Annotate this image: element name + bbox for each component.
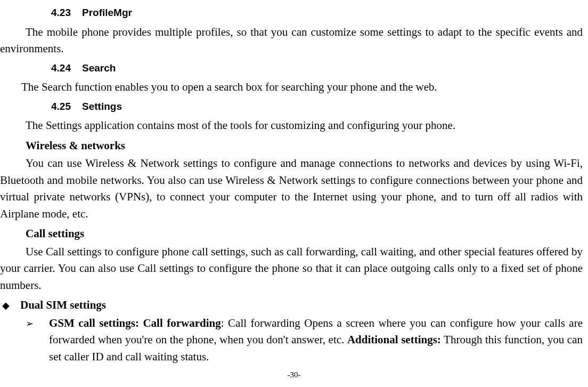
subtitle-wireless: Wireless & networks bbox=[26, 138, 583, 155]
paragraph-call: Use Call settings to configure phone cal… bbox=[0, 244, 583, 294]
diamond-icon: ◆ bbox=[1, 299, 20, 313]
bullet-dual-sim: ◆Dual SIM settings bbox=[1, 297, 583, 314]
subtitle-call: Call settings bbox=[26, 225, 583, 243]
paragraph-settings-intro: The Settings application contains most o… bbox=[0, 117, 583, 134]
bullet-gsm: ➢GSM call settings: Call forwarding: Cal… bbox=[26, 315, 583, 366]
paragraph-profilemgr: The mobile phone provides multiple profi… bbox=[0, 24, 583, 58]
section-heading-4-24: 4.24Search bbox=[51, 61, 583, 76]
arrow-icon: ➢ bbox=[26, 317, 49, 331]
section-number: 4.25 bbox=[51, 99, 82, 115]
section-title: Settings bbox=[82, 101, 122, 112]
page-number: -30- bbox=[0, 369, 588, 381]
section-number: 4.24 bbox=[51, 61, 82, 76]
gsm-bold-1: GSM call settings: Call forwarding bbox=[49, 317, 221, 329]
section-title: Search bbox=[82, 62, 116, 74]
section-heading-4-25: 4.25Settings bbox=[51, 99, 583, 115]
section-heading-4-23: 4.23ProfileMgr bbox=[51, 5, 583, 21]
paragraph-wireless: You can use Wireless & Network settings … bbox=[0, 155, 583, 222]
section-title: ProfileMgr bbox=[82, 7, 132, 18]
gsm-bold-2: Additional settings: bbox=[347, 333, 441, 346]
bullet-text: Dual SIM settings bbox=[20, 299, 106, 311]
section-number: 4.23 bbox=[51, 5, 82, 21]
paragraph-search: The Search function enables you to open … bbox=[0, 79, 583, 96]
